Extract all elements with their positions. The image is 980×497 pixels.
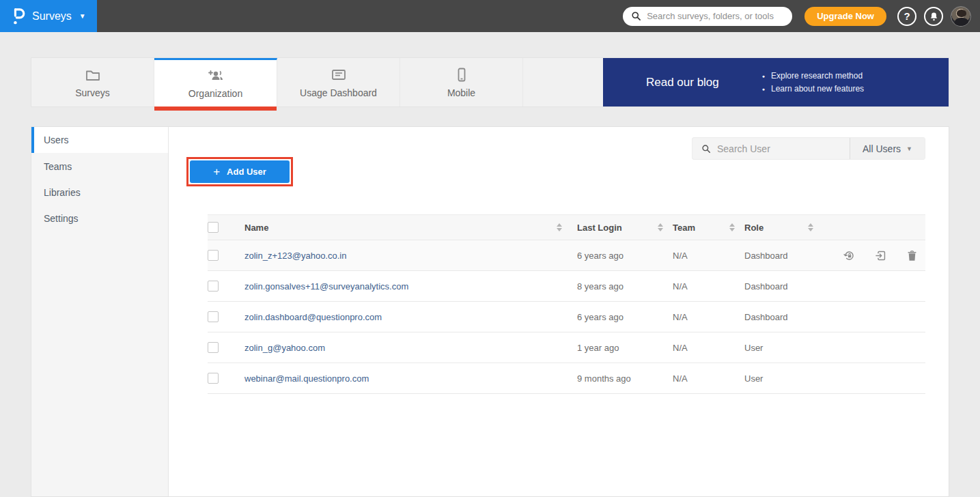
tab-label: Organization <box>188 88 242 99</box>
add-user-label: Add User <box>227 167 266 177</box>
tab-usage-dashboard[interactable]: Usage Dashboard <box>277 58 400 106</box>
last-login-cell: 6 years ago <box>577 251 673 261</box>
search-icon <box>631 11 641 21</box>
column-header-last-login: Last Login <box>577 223 622 233</box>
row-checkbox[interactable] <box>208 250 219 261</box>
tab-mobile[interactable]: Mobile <box>400 58 523 106</box>
reset-password-icon <box>843 249 856 262</box>
annotation-box: + Add User <box>186 157 293 186</box>
last-login-cell: 8 years ago <box>577 281 673 292</box>
global-search-input[interactable] <box>647 11 784 21</box>
tab-label: Mobile <box>447 87 475 98</box>
reset-password-button[interactable] <box>843 249 856 262</box>
role-cell: User <box>744 343 823 353</box>
annotation-underline <box>154 106 277 111</box>
blog-bullet: Learn about new features <box>762 84 864 94</box>
table-row: zolin.gonsalves+11@surveyanalytics.com 8… <box>208 271 925 302</box>
sort-team-icon[interactable] <box>729 223 735 231</box>
team-cell: N/A <box>673 373 744 384</box>
team-cell: N/A <box>673 312 744 322</box>
sidebar-item-teams[interactable]: Teams <box>31 154 168 180</box>
module-tabs: Surveys Organization Usage Dashboard Mob… <box>31 57 949 107</box>
sort-name-icon[interactable] <box>557 223 562 231</box>
table-header-row: Name Last Login Team Role <box>208 214 925 240</box>
product-switcher[interactable]: Surveys ▼ <box>0 0 97 32</box>
user-filter-dropdown[interactable]: All Users ▼ <box>850 138 925 159</box>
sidebar-item-settings[interactable]: Settings <box>31 205 168 231</box>
dashboard-icon <box>330 67 348 83</box>
tabstrip-gap <box>523 58 603 106</box>
team-cell: N/A <box>673 251 744 261</box>
user-filter-value: All Users <box>863 143 901 154</box>
chevron-down-icon: ▼ <box>906 145 912 152</box>
sidebar-item-libraries[interactable]: Libraries <box>31 180 168 205</box>
delete-user-button[interactable] <box>906 249 919 262</box>
last-login-cell: 6 years ago <box>577 312 673 322</box>
sort-role-icon[interactable] <box>808 223 813 231</box>
login-as-icon <box>874 249 887 262</box>
user-email-link[interactable]: webinar@mail.questionpro.com <box>240 373 369 384</box>
add-user-button[interactable]: + Add User <box>190 160 290 183</box>
blog-bullet-list: Explore research method Learn about new … <box>762 68 864 97</box>
blog-title-link[interactable]: Read our blog <box>603 76 762 89</box>
tab-label: Usage Dashboard <box>300 87 377 98</box>
table-row: webinar@mail.questionpro.com 9 months ag… <box>208 363 925 394</box>
row-checkbox[interactable] <box>208 342 219 353</box>
product-label: Surveys <box>32 10 72 23</box>
user-email-link[interactable]: zolin_z+123@yahoo.co.in <box>240 251 346 261</box>
user-email-link[interactable]: zolin.gonsalves+11@surveyanalytics.com <box>240 281 408 292</box>
blog-promo-panel[interactable]: Read our blog Explore research method Le… <box>603 58 949 106</box>
last-login-cell: 1 year ago <box>577 343 673 353</box>
user-email-link[interactable]: zolin.dashboard@questionpro.com <box>240 312 382 322</box>
users-main: All Users ▼ + Add User Name Last <box>169 127 949 496</box>
column-header-role: Role <box>744 223 764 233</box>
organization-panel: Users Teams Libraries Settings All Users… <box>31 126 949 497</box>
plus-icon: + <box>213 165 220 179</box>
trash-icon <box>906 249 919 262</box>
user-search-field[interactable] <box>692 138 850 159</box>
questionpro-logo-icon <box>11 8 26 25</box>
team-cell: N/A <box>673 343 744 353</box>
tab-surveys[interactable]: Surveys <box>31 58 154 106</box>
user-search-bar: All Users ▼ <box>692 137 925 160</box>
user-search-input[interactable] <box>717 143 841 154</box>
notifications-button[interactable] <box>924 7 943 26</box>
row-checkbox[interactable] <box>208 311 219 322</box>
sort-last-login-icon[interactable] <box>658 223 663 231</box>
mobile-phone-icon <box>453 67 471 83</box>
folder-icon <box>84 67 102 83</box>
blog-bullet: Explore research method <box>762 71 864 81</box>
search-icon <box>701 144 711 154</box>
role-cell: Dashboard <box>744 281 823 292</box>
tab-organization[interactable]: Organization <box>154 58 277 106</box>
row-checkbox[interactable] <box>208 281 219 292</box>
org-sidebar: Users Teams Libraries Settings <box>31 127 169 496</box>
add-people-icon <box>207 68 225 84</box>
row-checkbox[interactable] <box>208 373 219 384</box>
role-cell: User <box>744 373 823 384</box>
role-cell: Dashboard <box>744 251 823 261</box>
table-row: zolin_g@yahoo.com 1 year ago N/A User <box>208 332 925 363</box>
user-email-link[interactable]: zolin_g@yahoo.com <box>240 343 325 353</box>
column-header-team: Team <box>673 223 695 233</box>
sidebar-item-users[interactable]: Users <box>31 127 168 153</box>
login-as-user-button[interactable] <box>874 249 887 262</box>
team-cell: N/A <box>673 281 744 292</box>
global-search[interactable] <box>623 7 792 26</box>
bell-icon <box>929 11 939 22</box>
help-button[interactable]: ? <box>897 7 916 26</box>
column-header-name: Name <box>240 223 268 233</box>
last-login-cell: 9 months ago <box>577 373 673 384</box>
select-all-checkbox[interactable] <box>208 222 219 233</box>
table-row: zolin_z+123@yahoo.co.in 6 years ago N/A … <box>208 240 925 271</box>
top-bar: Surveys ▼ Upgrade Now ? <box>0 0 980 32</box>
tab-label: Surveys <box>75 87 110 98</box>
chevron-down-icon: ▼ <box>79 12 86 20</box>
role-cell: Dashboard <box>744 312 823 322</box>
users-table: Name Last Login Team Role <box>208 214 925 394</box>
upgrade-now-button[interactable]: Upgrade Now <box>804 7 886 26</box>
table-row: zolin.dashboard@questionpro.com 6 years … <box>208 302 925 332</box>
user-avatar[interactable] <box>951 6 971 27</box>
